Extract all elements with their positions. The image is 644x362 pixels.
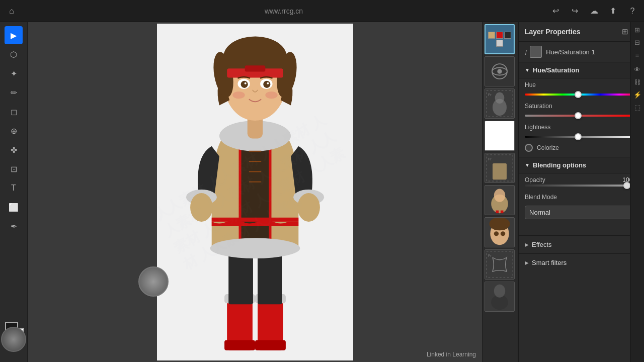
svg-point-28 bbox=[240, 81, 248, 88]
layer-2[interactable] bbox=[485, 56, 515, 86]
hue-track[interactable] bbox=[525, 94, 638, 96]
hue-thumb[interactable] bbox=[575, 91, 582, 98]
colorize-radio[interactable] bbox=[525, 144, 533, 152]
redo-icon[interactable]: ↪ bbox=[570, 6, 581, 17]
svg-rect-25 bbox=[245, 65, 265, 71]
layer-5[interactable]: Fr bbox=[485, 153, 515, 183]
left-toolbar: ▶ ⬡ ✦ ✏ ◻ ⊕ ✤ ⊡ T ⬜ ✒ bbox=[0, 22, 28, 362]
top-bar-left: ⌂ bbox=[6, 6, 17, 17]
hue-row: Hue 0 bbox=[519, 78, 644, 92]
layer-icon-box bbox=[530, 46, 542, 58]
home-icon[interactable]: ⌂ bbox=[6, 6, 17, 17]
lightness-slider-container[interactable] bbox=[519, 134, 644, 142]
mask-panel-icon[interactable]: ⬚ bbox=[634, 104, 640, 111]
svg-rect-2 bbox=[224, 340, 255, 350]
layers-icon[interactable]: ⊞ bbox=[622, 27, 628, 36]
image-tool[interactable]: ⬜ bbox=[5, 198, 23, 216]
share-icon[interactable]: ⬆ bbox=[608, 6, 619, 17]
svg-rect-3 bbox=[255, 340, 286, 350]
lightning-panel-icon[interactable]: ⚡ bbox=[633, 91, 641, 99]
floating-brush-cursor bbox=[138, 266, 169, 297]
panel-title: Layer Properties bbox=[525, 28, 581, 36]
svg-rect-45 bbox=[493, 163, 507, 180]
top-bar: ⌂ www.rrcg.cn ↩ ↪ ☁ ⬆ ? bbox=[0, 0, 644, 22]
eraser-tool[interactable]: ◻ bbox=[5, 103, 23, 121]
cloud-icon[interactable]: ☁ bbox=[589, 6, 600, 17]
layer-6[interactable] bbox=[485, 185, 515, 215]
colorize-label: Colorize bbox=[537, 144, 559, 151]
layer-3[interactable]: Fr bbox=[485, 88, 515, 119]
layer-7[interactable] bbox=[485, 217, 515, 247]
opacity-thumb[interactable] bbox=[623, 182, 630, 189]
canvas[interactable]: 人人素材 人人素材 人人素材 人人素材 人人素材 人人素材 人人素材 人人素材 … bbox=[157, 24, 353, 360]
panel-header: Layer Properties ⊞ ⊟ bbox=[519, 22, 644, 42]
svg-point-33 bbox=[265, 92, 277, 99]
canvas-area[interactable]: www.rrcg.cn 人人素材 人人素材 人人素材 人人素材 人人素材 人人素… bbox=[28, 22, 482, 362]
hue-sat-title: Hue/Saturation bbox=[533, 66, 579, 74]
channels-panel-icon[interactable]: ⊟ bbox=[634, 39, 640, 46]
effects-header[interactable]: ▶ Effects bbox=[519, 236, 644, 253]
saturation-slider-container[interactable] bbox=[519, 113, 644, 121]
saturation-row: Saturation 0 bbox=[519, 100, 644, 113]
layers-panel: Fr Fr bbox=[482, 22, 518, 362]
layer-1[interactable] bbox=[485, 24, 515, 54]
svg-point-52 bbox=[494, 231, 499, 236]
healing-tool[interactable]: ✤ bbox=[5, 141, 23, 159]
opacity-label: Opacity bbox=[525, 176, 545, 184]
smart-filters-section[interactable]: ▶ Smart filters bbox=[519, 253, 644, 272]
layer-4[interactable] bbox=[485, 121, 515, 151]
crop-tool[interactable]: ⊡ bbox=[5, 160, 23, 178]
saturation-thumb[interactable] bbox=[575, 112, 582, 119]
hue-label: Hue bbox=[525, 81, 536, 88]
blend-mode-select-row[interactable]: Normal ▾ bbox=[519, 204, 644, 223]
svg-point-38 bbox=[497, 69, 502, 73]
opacity-track[interactable] bbox=[525, 185, 638, 187]
character-illustration bbox=[157, 24, 353, 360]
top-bar-right: ↩ ↪ ☁ ⬆ ? bbox=[550, 6, 638, 17]
svg-text:Fr: Fr bbox=[488, 93, 492, 97]
panel-right-icons: ⊞ ⊟ ≡ 👁 ⛓ ⚡ ⬚ bbox=[630, 22, 644, 362]
smart-filters-header[interactable]: ▶ Smart filters bbox=[519, 254, 644, 272]
link-panel-icon[interactable]: ⛓ bbox=[634, 78, 640, 86]
svg-point-47 bbox=[494, 189, 505, 202]
text-tool[interactable]: T bbox=[5, 179, 23, 197]
lasso-tool[interactable]: ⬡ bbox=[5, 45, 23, 63]
effects-label: Effects bbox=[532, 241, 552, 248]
lightness-label: Lightness bbox=[525, 124, 550, 131]
layers-panel-icon[interactable]: ⊞ bbox=[634, 26, 640, 34]
select-tool[interactable]: ▶ bbox=[5, 26, 23, 44]
lightness-thumb[interactable] bbox=[575, 133, 582, 140]
brush-tool[interactable]: ✏ bbox=[5, 83, 23, 102]
magic-wand-tool[interactable]: ✦ bbox=[5, 64, 23, 82]
saturation-track[interactable] bbox=[525, 115, 638, 117]
svg-rect-8 bbox=[238, 136, 241, 248]
lightness-row: Lightness 0 bbox=[519, 121, 644, 134]
help-icon[interactable]: ? bbox=[627, 6, 638, 17]
blend-mode-label: Blend Mode bbox=[525, 194, 557, 201]
properties-panel-icon[interactable]: ≡ bbox=[635, 51, 639, 59]
svg-rect-34 bbox=[211, 218, 298, 222]
effects-section[interactable]: ▶ Effects bbox=[519, 235, 644, 253]
eyedropper-tool[interactable]: ✒ bbox=[5, 217, 23, 235]
lightness-track[interactable] bbox=[525, 136, 638, 138]
svg-point-35 bbox=[210, 238, 300, 258]
linkedin-badge: Linked in Learning bbox=[427, 351, 476, 358]
undo-icon[interactable]: ↩ bbox=[550, 6, 561, 17]
layer-9[interactable] bbox=[485, 282, 515, 312]
svg-point-29 bbox=[263, 81, 270, 88]
hue-sat-section-header[interactable]: ▼ Hue/Saturation bbox=[519, 62, 644, 78]
blending-arrow: ▼ bbox=[525, 162, 530, 168]
hue-slider-container[interactable] bbox=[519, 92, 644, 100]
layer-8[interactable]: Fr bbox=[485, 249, 515, 280]
svg-point-14 bbox=[297, 193, 320, 222]
svg-point-32 bbox=[232, 92, 245, 99]
layer-name-row: ƒ Hue/Saturation 1 bbox=[519, 42, 644, 62]
adjustment-indicator: ƒ bbox=[525, 49, 528, 55]
blending-section-header[interactable]: ▼ Blending options bbox=[519, 157, 644, 173]
blend-mode-dropdown[interactable]: Normal ▾ bbox=[525, 206, 638, 219]
blend-mode-value: Normal bbox=[529, 209, 550, 216]
site-url: www.rrcg.cn bbox=[265, 7, 303, 15]
svg-point-53 bbox=[501, 231, 505, 236]
stamp-tool[interactable]: ⊕ bbox=[5, 122, 23, 140]
eye-panel-icon[interactable]: 👁 bbox=[634, 66, 640, 73]
